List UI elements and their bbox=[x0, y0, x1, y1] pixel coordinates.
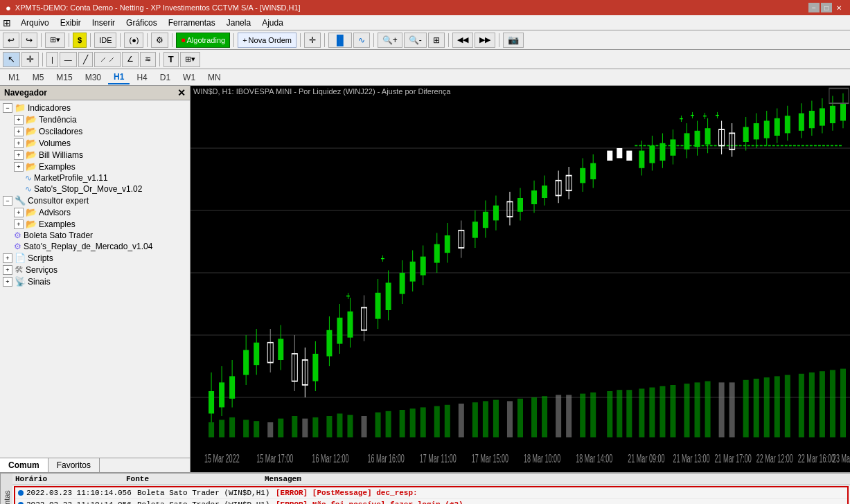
ide-btn[interactable]: IDE bbox=[94, 33, 116, 48]
nav-scripts[interactable]: + 📄 Scripts bbox=[0, 252, 190, 264]
channels-btn[interactable]: ⟋⟋ bbox=[94, 52, 121, 67]
expand-examples2[interactable]: + bbox=[14, 219, 24, 229]
expand-indicadores[interactable]: − bbox=[3, 103, 12, 113]
nav-examples2[interactable]: + 📂 Examples bbox=[0, 218, 190, 230]
title-bar-controls[interactable]: − □ ✕ bbox=[808, 3, 844, 12]
chart-area[interactable]: WIN$D, H1: IBOVESPA MINI - Por Liquidez … bbox=[191, 86, 850, 472]
cursor-btn[interactable]: ↖ bbox=[3, 52, 20, 67]
menu-item-inserir[interactable]: Inserir bbox=[87, 17, 121, 29]
bar-chart-btn[interactable]: ▐▌ bbox=[328, 33, 352, 48]
tf-h4[interactable]: H4 bbox=[131, 71, 152, 84]
log-dot-1 bbox=[18, 490, 24, 496]
minimize-button[interactable]: − bbox=[808, 3, 820, 12]
line-chart-btn[interactable]: ∿ bbox=[353, 33, 370, 48]
algotrading-btn[interactable]: ■ Algotrading bbox=[176, 33, 230, 48]
camera-btn[interactable]: 📷 bbox=[503, 33, 524, 48]
tf-w1[interactable]: W1 bbox=[177, 71, 201, 84]
nav-indicadores-label: Indicadores bbox=[28, 103, 71, 113]
nova-ordem-btn[interactable]: + Nova Ordem bbox=[238, 33, 296, 48]
menu-item-gráficos[interactable]: Gráficos bbox=[121, 17, 163, 29]
maximize-button[interactable]: □ bbox=[821, 3, 832, 12]
objects-btn[interactable]: ⊞▾ bbox=[180, 52, 200, 67]
zoom-in-btn[interactable]: 🔍+ bbox=[378, 33, 402, 48]
expand-consultor[interactable]: − bbox=[3, 196, 12, 206]
folder-icon-advisors: 📂 bbox=[26, 207, 37, 217]
trend-line-btn[interactable]: ╱ bbox=[78, 52, 93, 67]
expand-billwilliams[interactable]: + bbox=[14, 150, 24, 160]
nav-satos-stop[interactable]: ∿ Sato's_Stop_Or_Move_v1.02 bbox=[0, 183, 190, 195]
nav-marketprofile[interactable]: ∿ MarketProfile_v1.11 bbox=[0, 172, 190, 183]
svg-rect-141 bbox=[459, 404, 464, 438]
scroll-right-btn[interactable]: ▶▶ bbox=[475, 33, 495, 48]
shapes-btn[interactable]: ≋ bbox=[140, 52, 156, 67]
tf-d1[interactable]: D1 bbox=[154, 71, 176, 84]
svg-rect-124 bbox=[254, 421, 259, 437]
nav-osciladores[interactable]: + 📂 Osciladores bbox=[0, 125, 190, 137]
log-col-source-header: Fonte bbox=[126, 475, 265, 483]
crosshair-btn[interactable]: ✛ bbox=[304, 33, 321, 48]
expand-sinais[interactable]: + bbox=[3, 277, 12, 287]
svg-rect-126 bbox=[278, 419, 283, 438]
nav-advisors[interactable]: + 📂 Advisors bbox=[0, 206, 190, 218]
nav-boleta-sato[interactable]: ⚙ Boleta Sato Trader bbox=[0, 230, 190, 241]
redo-btn[interactable]: ↪ bbox=[21, 33, 37, 48]
svg-rect-133 bbox=[362, 416, 367, 438]
expand-volumes[interactable]: + bbox=[14, 138, 24, 148]
svg-rect-43 bbox=[410, 262, 416, 282]
tf-m1[interactable]: M1 bbox=[3, 71, 26, 84]
tf-m15[interactable]: M15 bbox=[51, 71, 78, 84]
expand-osciladores[interactable]: + bbox=[14, 127, 24, 136]
zoom-out-btn[interactable]: 🔍- bbox=[404, 33, 427, 48]
nav-tendencia[interactable]: + 📂 Tendência bbox=[0, 114, 190, 125]
tf-mn[interactable]: MN bbox=[202, 71, 227, 84]
nav-servicos[interactable]: + 🛠 Serviços bbox=[0, 264, 190, 276]
menu-item-janela[interactable]: Janela bbox=[221, 17, 256, 29]
tf-m30[interactable]: M30 bbox=[80, 71, 107, 84]
settings-btn[interactable]: ⚙ bbox=[151, 33, 168, 48]
log-row-2[interactable]: 2022.03.23 11:10:14.056 Boleta Sato Trad… bbox=[15, 499, 847, 504]
expand-examples[interactable]: + bbox=[14, 162, 24, 172]
svg-rect-161 bbox=[695, 382, 700, 437]
nav-indicadores[interactable]: − 📁 Indicadores bbox=[0, 102, 190, 114]
crosshair2-btn[interactable]: ✛ bbox=[21, 52, 39, 67]
sep5 bbox=[147, 33, 148, 47]
nav-tab-comum[interactable]: Comum bbox=[0, 458, 48, 472]
nav-consultor[interactable]: − 🔧 Consultor expert bbox=[0, 195, 190, 206]
nav-examples[interactable]: + 📂 Examples bbox=[0, 161, 190, 172]
nav-billwilliams[interactable]: + 📂 Bill Williams bbox=[0, 149, 190, 161]
angles-btn[interactable]: ∠ bbox=[122, 52, 139, 67]
menu-item-exibir[interactable]: Exibir bbox=[55, 17, 87, 29]
nav-sinais[interactable]: + 📡 Sinais bbox=[0, 276, 190, 287]
scroll-left-btn[interactable]: ◀◀ bbox=[452, 33, 473, 48]
expand-scripts[interactable]: + bbox=[3, 253, 12, 263]
nav-satos-replay[interactable]: ⚙ Sato's_Replay_de_Mercado_v1.04 bbox=[0, 241, 190, 252]
svg-rect-149 bbox=[556, 395, 561, 437]
chart-type-btn[interactable]: ⊞▾ bbox=[45, 33, 65, 48]
svg-rect-164 bbox=[729, 382, 735, 437]
svg-rect-144 bbox=[493, 400, 499, 438]
menu-item-arquivo[interactable]: Arquivo bbox=[15, 17, 55, 29]
fit-btn[interactable]: ⊞ bbox=[428, 33, 445, 48]
horizontal-line-btn[interactable]: — bbox=[60, 52, 77, 67]
tf-m5[interactable]: M5 bbox=[27, 71, 50, 84]
nav-volumes[interactable]: + 📂 Volumes bbox=[0, 137, 190, 149]
tf-h1[interactable]: H1 bbox=[108, 71, 130, 84]
nav-tab-favoritos[interactable]: Favoritos bbox=[48, 458, 100, 472]
sep-d2 bbox=[159, 53, 160, 66]
menu-item-ajuda[interactable]: Ajuda bbox=[256, 17, 289, 29]
navigator-tree: − 📁 Indicadores + 📂 Tendência + 📂 Oscila… bbox=[0, 100, 190, 458]
menu-item-ferramentas[interactable]: Ferramentas bbox=[163, 17, 221, 29]
expand-tendencia[interactable]: + bbox=[14, 115, 24, 125]
undo-btn[interactable]: ↩ bbox=[3, 33, 19, 48]
navigator-close[interactable]: ✕ bbox=[177, 87, 186, 98]
expand-servicos[interactable]: + bbox=[3, 265, 12, 275]
svg-rect-122 bbox=[229, 417, 235, 438]
log-row-1[interactable]: 2022.03.23 11:10:14.056 Boleta Sato Trad… bbox=[15, 487, 847, 499]
dollar-btn[interactable]: $ bbox=[73, 33, 87, 48]
vertical-line-btn[interactable]: | bbox=[46, 52, 58, 67]
expand-advisors[interactable]: + bbox=[14, 208, 24, 217]
radio-btn[interactable]: (●) bbox=[124, 33, 143, 48]
text-btn[interactable]: T bbox=[163, 52, 179, 67]
close-button[interactable]: ✕ bbox=[833, 3, 844, 12]
svg-rect-13 bbox=[243, 350, 249, 375]
